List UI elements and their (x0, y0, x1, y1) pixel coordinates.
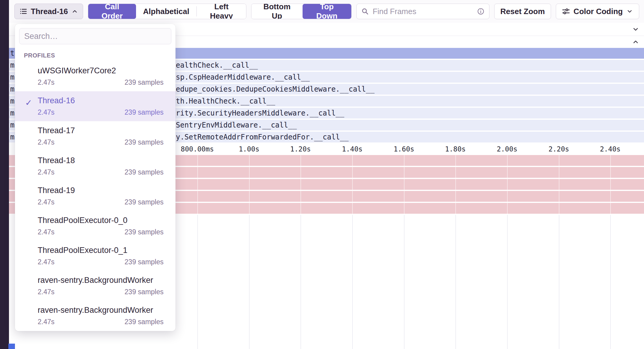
sort-toggle-group: Call Order Alphabetical Left Heavy (88, 4, 246, 19)
sort-alphabetical-button[interactable]: Alphabetical (136, 4, 197, 19)
frame-text-fragment: m (10, 60, 14, 71)
profile-name: ThreadPoolExecutor-0_0 (38, 216, 164, 225)
profile-samples: 239 samples (125, 258, 164, 266)
search-icon (361, 8, 369, 15)
check-icon: ✓ (25, 98, 32, 108)
dropdown-search-input[interactable] (24, 32, 166, 41)
profile-option[interactable]: ✓ Thread-16 2.47s 239 samples (15, 91, 176, 121)
profile-option[interactable]: ✓ ThreadPoolExecutor-0_1 2.47s 239 sampl… (15, 241, 176, 271)
profile-name: Thread-17 (38, 126, 164, 135)
axis-tick-label: 2.00s (497, 145, 517, 153)
thread-selector-button[interactable]: Thread-16 (14, 4, 83, 19)
profile-name: Thread-18 (38, 156, 164, 165)
sort-left-heavy-button[interactable]: Left Heavy (197, 4, 246, 19)
gridline (610, 215, 611, 349)
profile-option[interactable]: ✓ raven-sentry.BackgroundWorker 2.47s 23… (15, 301, 176, 331)
sliders-icon (562, 7, 570, 15)
profile-duration: 2.47s (38, 78, 54, 87)
profile-samples: 239 samples (125, 108, 164, 116)
profile-name: ThreadPoolExecutor-0_1 (38, 246, 164, 255)
axis-tick-label: 800.00ms (181, 145, 214, 153)
profile-name: raven-sentry.BackgroundWorker (38, 306, 164, 315)
axis-tick-label: 2.40s (600, 145, 620, 153)
axis-tick-label: 1.00s (239, 145, 259, 153)
profile-samples: 239 samples (125, 288, 164, 296)
direction-top-down-button[interactable]: Top Down (303, 4, 351, 19)
profile-name: uWSGIWorker7Core2 (38, 66, 164, 75)
collapsed-sidebar[interactable] (0, 0, 9, 349)
profile-option[interactable]: ✓ Thread-17 2.47s 239 samples (15, 121, 176, 151)
direction-bottom-up-button[interactable]: Bottom Up (251, 4, 303, 19)
list-icon (19, 7, 27, 15)
frame-text-fragment: m (10, 84, 14, 95)
collapse-flamechart-chevron-up-icon[interactable] (632, 38, 639, 45)
profile-name: Thread-16 (38, 96, 164, 105)
profile-option[interactable]: ✓ Thread-18 2.47s 239 samples (15, 151, 176, 181)
gridline (300, 155, 301, 215)
profile-duration: 2.47s (38, 318, 54, 326)
gridline (455, 215, 456, 349)
profile-duration: 2.47s (38, 108, 54, 116)
color-coding-label: Color Coding (573, 7, 623, 16)
gridline (352, 215, 353, 349)
profile-duration: 2.47s (38, 288, 54, 296)
gridline (249, 215, 250, 349)
frame-text: y.SetRemoteAddrFromForwardedFor.__call__ (176, 132, 349, 142)
reset-zoom-button[interactable]: Reset Zoom (494, 4, 551, 19)
frame-text: SentryEnvMiddleware.__call__ (176, 120, 297, 131)
gridline (249, 155, 250, 215)
profile-option[interactable]: ✓ uWSGIWorker7Core2 2.47s 239 samples (15, 61, 176, 91)
gridline (559, 155, 559, 215)
gridline (455, 155, 456, 215)
gridline (404, 215, 405, 349)
profile-name: Thread-19 (38, 186, 164, 195)
profiles-section-label: PROFILES (15, 48, 176, 61)
frame-text-fragment: m (10, 120, 14, 131)
profile-samples: 239 samples (125, 168, 164, 176)
profile-duration: 2.47s (38, 198, 54, 206)
color-coding-button[interactable]: Color Coding (556, 4, 639, 19)
frame-text-fragment: m (10, 72, 14, 83)
profile-option[interactable]: ✓ Thread-19 2.47s 239 samples (15, 181, 176, 211)
sort-call-order-button[interactable]: Call Order (88, 4, 136, 19)
minimap-thumb (8, 344, 15, 349)
profile-samples: 239 samples (125, 318, 164, 326)
axis-tick-label: 1.80s (445, 145, 466, 153)
find-frames-search (356, 4, 489, 19)
gridline (507, 215, 508, 349)
profile-duration: 2.47s (38, 258, 54, 266)
gridline (352, 155, 353, 215)
profile-option[interactable]: ✓ raven-sentry.BackgroundWorker 2.47s 23… (15, 271, 176, 301)
chevron-up-icon (71, 8, 78, 15)
profile-option[interactable]: ✓ ThreadPoolExecutor-0_0 2.47s 239 sampl… (15, 211, 176, 241)
gridline (197, 215, 198, 349)
gridline (300, 215, 301, 349)
profile-samples: 239 samples (125, 78, 164, 87)
thread-selector-label: Thread-16 (31, 7, 68, 16)
gridline (559, 215, 559, 349)
frame-text: edupe_cookies.DedupeCookiesMiddleware.__… (176, 84, 375, 95)
frame-text-fragment: m (10, 96, 14, 107)
profile-name: raven-sentry.BackgroundWorker (38, 276, 164, 285)
gridline (404, 155, 405, 215)
frame-text: rity.SecurityHeadersMiddleware.__call__ (176, 108, 344, 119)
chevron-down-icon (626, 8, 633, 15)
frame-text: sp.CspHeaderMiddleware.__call__ (176, 72, 310, 83)
direction-toggle-group: Bottom Up Top Down (251, 4, 352, 19)
gridline (507, 155, 508, 215)
profile-duration: 2.47s (38, 228, 54, 236)
info-icon[interactable] (477, 8, 484, 15)
profile-samples: 239 samples (125, 228, 164, 236)
collapse-minimap-chevron-down-icon[interactable] (632, 26, 639, 33)
gridline (197, 155, 198, 215)
dropdown-search (19, 28, 171, 44)
axis-tick-label: 1.60s (393, 145, 414, 153)
profile-samples: 239 samples (125, 138, 164, 146)
profile-samples: 239 samples (125, 198, 164, 206)
frame-text-fragment: m (10, 108, 14, 119)
axis-tick-label: 1.20s (290, 145, 311, 153)
find-frames-input[interactable] (373, 7, 473, 16)
profiler-flamegraph-screen: Thread-16 Call Order Alphabetical Left H… (0, 0, 644, 349)
thread-dropdown: PROFILES ✓ uWSGIWorker7Core2 2.47s 239 s… (15, 24, 176, 331)
profile-duration: 2.47s (38, 168, 54, 176)
